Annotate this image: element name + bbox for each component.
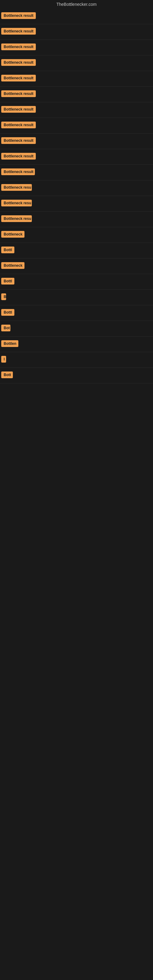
bottleneck-row: Bottl: [0, 305, 153, 321]
bottleneck-badge[interactable]: Bottleneck result: [1, 59, 36, 66]
bottleneck-row: Bottleneck result: [0, 40, 153, 56]
bottleneck-badge[interactable]: Bottleneck resu: [1, 184, 32, 191]
bottleneck-badge[interactable]: Bottleneck result: [1, 28, 36, 35]
bottleneck-row: Bottlen: [0, 337, 153, 352]
bottleneck-row: Bottleneck result: [0, 9, 153, 24]
bottleneck-badge[interactable]: Bottl: [1, 247, 14, 253]
bottleneck-badge[interactable]: Bottleneck result: [1, 43, 36, 50]
bottleneck-row: Bottleneck resu: [0, 196, 153, 212]
bottleneck-badge[interactable]: Bottleneck result: [1, 169, 35, 175]
bottleneck-badge[interactable]: Bottl: [1, 278, 14, 285]
bottleneck-row: B: [0, 290, 153, 305]
bottleneck-row: I: [0, 352, 153, 368]
bottleneck-badge[interactable]: Bottleneck result: [1, 106, 36, 113]
bottleneck-row: Bottleneck resu: [0, 212, 153, 227]
bottleneck-badge[interactable]: Bottleneck result: [1, 75, 36, 81]
bottleneck-badge[interactable]: Bottleneck resu: [1, 200, 32, 207]
bottleneck-row: Bottleneck resu: [0, 180, 153, 196]
bottleneck-row: Bottleneck result: [0, 56, 153, 71]
site-title: TheBottlenecker.com: [0, 0, 153, 9]
bottleneck-badge[interactable]: B: [1, 293, 6, 300]
bottleneck-row: Bottleneck result: [0, 87, 153, 102]
bottleneck-badge[interactable]: Bottleneck result: [1, 153, 36, 159]
site-title-text: TheBottlenecker.com: [56, 2, 97, 7]
bottleneck-badge[interactable]: Bottleneck result: [1, 137, 36, 144]
bottleneck-badge[interactable]: Bottleneck: [1, 231, 24, 238]
bottleneck-badge[interactable]: Bott: [1, 371, 13, 378]
bottleneck-badge[interactable]: Bottlen: [1, 340, 18, 347]
bottleneck-badge[interactable]: Bottleneck resu: [1, 215, 32, 222]
bottleneck-badge[interactable]: Bot: [1, 325, 10, 331]
bottleneck-badge[interactable]: Bottleneck result: [1, 122, 36, 128]
bottleneck-row: Bottleneck result: [0, 24, 153, 40]
bottleneck-row: Bottleneck result: [0, 165, 153, 180]
bottleneck-row: Bottleneck result: [0, 134, 153, 149]
bottleneck-row: Bottl: [0, 243, 153, 258]
bottleneck-row: Bott: [0, 368, 153, 383]
bottleneck-row: Bottleneck result: [0, 149, 153, 165]
bottleneck-row: Bottleneck: [0, 258, 153, 274]
bottleneck-row: Bottleneck: [0, 227, 153, 243]
bottleneck-row: Bottl: [0, 274, 153, 290]
bottleneck-badge[interactable]: Bottleneck result: [1, 12, 36, 19]
bottleneck-row: Bottleneck result: [0, 118, 153, 134]
bottleneck-row: Bottleneck result: [0, 71, 153, 87]
bottleneck-badge[interactable]: Bottl: [1, 309, 14, 316]
bottleneck-row: Bot: [0, 321, 153, 337]
bottleneck-row: Bottleneck result: [0, 102, 153, 118]
bottleneck-badge[interactable]: Bottleneck: [1, 262, 24, 269]
bottleneck-badge[interactable]: I: [1, 356, 6, 363]
bottleneck-badge[interactable]: Bottleneck result: [1, 90, 36, 97]
